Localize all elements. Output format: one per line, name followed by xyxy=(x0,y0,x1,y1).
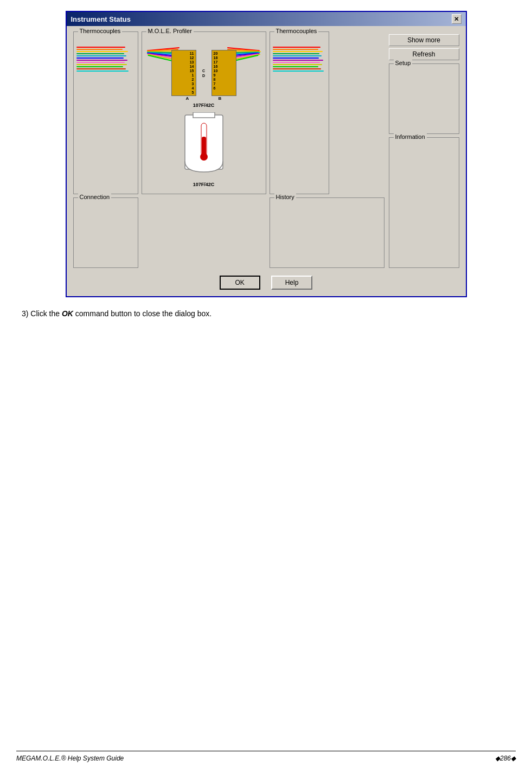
mole-profiler-label: M.O.L.E. Profiler xyxy=(146,28,194,34)
r-wire-11 xyxy=(273,68,321,69)
refresh-button[interactable]: Refresh xyxy=(389,48,459,60)
help-button[interactable]: Help xyxy=(271,276,313,290)
instruction-prefix: 3) Click the xyxy=(22,309,62,318)
instruction-suffix: command button to close the dialog box. xyxy=(73,309,211,318)
wire-4 xyxy=(76,53,124,54)
dialog-footer: OK Help xyxy=(73,272,459,290)
num-9: 9 xyxy=(214,73,216,78)
flask-svg xyxy=(180,112,228,183)
r-wire-8 xyxy=(273,62,320,63)
wire-11 xyxy=(76,68,126,69)
r-wire-2 xyxy=(273,49,318,50)
r-wire-4 xyxy=(273,53,319,54)
letter-labels-cd: C D xyxy=(198,50,209,96)
left-panels: Thermocouples xyxy=(73,31,384,268)
setup-label: Setup xyxy=(394,60,413,66)
letter-d: D xyxy=(202,74,205,78)
num-4: 4 xyxy=(192,86,194,91)
instruction-bold: OK xyxy=(62,309,73,318)
right-side: Show more Refresh Setup Information xyxy=(389,31,459,268)
wire-5 xyxy=(76,55,126,56)
r-wire-1 xyxy=(273,47,321,48)
right-wires xyxy=(270,39,329,74)
num-14: 14 xyxy=(190,65,194,69)
dialog-title: Instrument Status xyxy=(71,15,131,23)
setup-panel: Setup xyxy=(389,63,459,134)
wire-3 xyxy=(76,51,128,52)
wire-1 xyxy=(76,47,125,48)
thermocouples-right-label: Thermocouples xyxy=(274,28,319,34)
num-11: 11 xyxy=(190,52,194,56)
flask-area: 107F/42C xyxy=(180,112,228,187)
dialog-body: Thermocouples xyxy=(67,26,466,296)
wire-6 xyxy=(76,58,124,59)
wire-12 xyxy=(76,71,129,72)
device-left-block: 11 12 13 14 15 1 2 3 4 xyxy=(171,50,196,96)
num-10: 10 xyxy=(214,69,218,73)
letter-c: C xyxy=(202,69,205,73)
num-15: 15 xyxy=(190,69,194,73)
num-3: 3 xyxy=(192,82,194,86)
left-wires xyxy=(74,39,138,74)
r-wire-10 xyxy=(273,66,318,67)
connection-label: Connection xyxy=(78,194,112,200)
r-wire-9 xyxy=(273,64,322,65)
history-panel: History xyxy=(270,197,384,268)
history-label: History xyxy=(274,194,296,200)
dialog-content: Thermocouples xyxy=(73,31,459,268)
svg-point-4 xyxy=(200,153,208,161)
letter-labels-ab: A B xyxy=(171,96,236,101)
num-18: 18 xyxy=(214,56,218,60)
r-wire-3 xyxy=(273,51,323,52)
page-wrapper: Instrument Status ✕ Thermocouples xyxy=(0,0,532,341)
connection-panel: Connection xyxy=(73,197,138,268)
wire-8 xyxy=(76,62,125,63)
information-panel: Information xyxy=(389,137,459,268)
r-wire-5 xyxy=(273,55,322,56)
wire-9 xyxy=(76,64,127,65)
show-more-button[interactable]: Show more xyxy=(389,34,459,46)
ok-button[interactable]: OK xyxy=(220,276,260,290)
bottom-row: Connection History xyxy=(73,197,384,268)
letter-a: A xyxy=(186,96,189,101)
middle-spacer xyxy=(142,197,266,268)
top-row: Thermocouples xyxy=(73,31,384,194)
device-top: 11 12 13 14 15 1 2 3 4 xyxy=(171,50,236,96)
instruction-text: 3) Click the OK command button to close … xyxy=(22,308,516,320)
footer-right: ◆286◆ xyxy=(495,755,516,762)
letter-b: B xyxy=(219,96,222,101)
num-6: 6 xyxy=(214,86,216,91)
num-8: 8 xyxy=(214,78,216,82)
dialog-window: Instrument Status ✕ Thermocouples xyxy=(66,11,467,297)
close-button[interactable]: ✕ xyxy=(452,14,462,24)
footer-left: MEGAM.O.L.E.® Help System Guide xyxy=(16,755,124,762)
num-2: 2 xyxy=(192,78,194,82)
thermocouples-left-panel: Thermocouples xyxy=(73,31,138,194)
num-12: 12 xyxy=(190,56,194,60)
right-buttons: Show more Refresh xyxy=(389,31,459,60)
num-5: 5 xyxy=(192,91,194,95)
svg-rect-3 xyxy=(202,137,206,156)
r-wire-6 xyxy=(273,58,319,59)
thermocouples-right-panel: Thermocouples xyxy=(270,31,329,194)
r-wire-12 xyxy=(273,71,324,72)
temp-display-top: 107F/42C xyxy=(193,103,215,108)
wire-2 xyxy=(76,49,123,50)
wire-7 xyxy=(76,60,127,61)
dialog-titlebar: Instrument Status ✕ xyxy=(67,12,466,26)
num-7: 7 xyxy=(214,82,216,86)
num-17: 17 xyxy=(214,60,218,65)
num-20: 20 xyxy=(214,52,218,56)
wire-10 xyxy=(76,66,123,67)
svg-rect-1 xyxy=(193,112,215,118)
information-label: Information xyxy=(394,133,427,140)
device-right-block: 20 18 17 16 10 9 8 7 6 xyxy=(211,50,236,96)
thermocouples-left-label: Thermocouples xyxy=(78,28,123,34)
page-footer: MEGAM.O.L.E.® Help System Guide ◆286◆ xyxy=(16,751,516,762)
num-1: 1 xyxy=(192,73,194,78)
num-16: 16 xyxy=(214,65,218,69)
r-wire-7 xyxy=(273,60,323,61)
num-13: 13 xyxy=(190,60,194,65)
mole-profiler-panel: M.O.L.E. Profiler xyxy=(142,31,266,194)
